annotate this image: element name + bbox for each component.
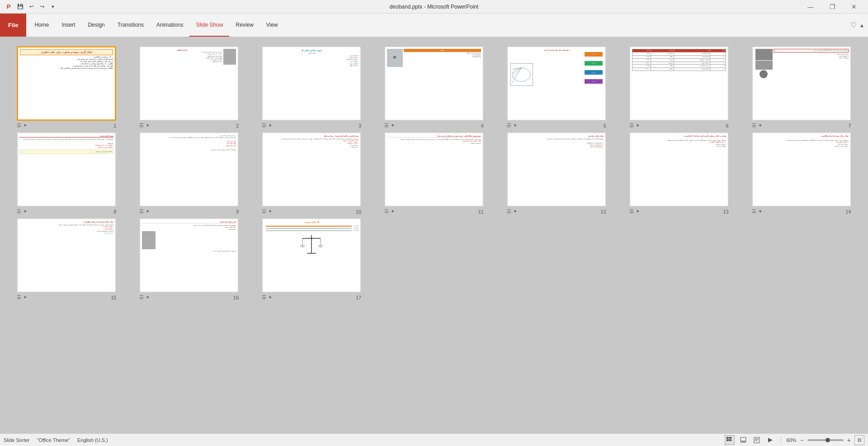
slide-footer-2: ☰ ✦ 2 xyxy=(139,123,239,128)
tab-view[interactable]: View xyxy=(260,14,284,37)
slide-thumb-11[interactable]: سمع قیوری و آیلام اقلیم درمیان پوشه و را… xyxy=(384,132,484,207)
tab-design[interactable]: Design xyxy=(81,14,111,37)
slide-menu-icon-14[interactable]: ☰ xyxy=(752,209,756,214)
language-label: English (U.S.) xyxy=(77,437,108,443)
slide-number-9: 9 xyxy=(236,209,239,214)
fit-to-window-btn[interactable]: ⊡ xyxy=(854,435,864,445)
slide-star-icon-8: ✦ xyxy=(23,209,27,214)
slide-thumb-17[interactable]: ❋ عاقبت دیوبند ارزیابی ۱ ارزیابی ۲ ارزیا… xyxy=(262,218,361,293)
slide-item-13[interactable]: چهاری و شالت مسکین: اثلیم و تقریر اس‌آی‌… xyxy=(621,132,736,214)
slide-thumb-8[interactable]: عنوان اسلاید هشت محتوای اصلی اسلاید هشتم… xyxy=(17,132,116,207)
window-title: deoband.pptx - Microsoft PowerPoint xyxy=(390,4,479,10)
slide-star-icon-1: ✦ xyxy=(23,123,27,128)
slide-thumb-7[interactable]: محتوای متن اسلاید هفت شامل اطلاعات مهم د… xyxy=(752,46,851,121)
slide-menu-icon-5[interactable]: ☰ xyxy=(507,123,511,128)
slide-thumb-3[interactable]: سوره هذالی ذهلی ظ سانی نصب • نقش مدارس •… xyxy=(262,46,361,121)
collapse-ribbon-icon[interactable]: ▲ xyxy=(859,23,864,28)
slide-star-icon-16: ✦ xyxy=(146,294,150,300)
slide-thumb-2[interactable]: شادانی العظیم ۱۲۴۸ م در جنوب دهلی متولد … xyxy=(139,46,239,121)
minimize-button[interactable]: — xyxy=(800,0,821,14)
zoom-out-btn[interactable]: − xyxy=(800,437,804,444)
tab-transitions[interactable]: Transitions xyxy=(111,14,150,37)
slide-thumb-6[interactable]: ردیفنامعنوانسال ۱محمد قاسمموسس۱۲۸۳ ۲رشید… xyxy=(629,46,729,121)
slide-item-9[interactable]: موضوع اصلی: اسلاید نهم متن توضیحی درباره… xyxy=(132,132,247,214)
tab-slide-show[interactable]: Slide Show xyxy=(189,14,229,37)
redo-qa-button[interactable]: ↪ xyxy=(37,2,47,12)
theme-label: "Office Theme" xyxy=(37,437,70,443)
slide-thumb-14[interactable]: عملان برگل دیوبند غدا و بلند طالبانست تو… xyxy=(752,132,851,207)
svg-point-0 xyxy=(512,68,530,81)
slide-item-11[interactable]: سمع قیوری و آیلام اقلیم درمیان پوشه و را… xyxy=(377,132,492,214)
slide-menu-icon-8[interactable]: ☰ xyxy=(17,209,21,214)
slide-thumb-10[interactable]: بقیر اضافه‌بودن اقلیم اجزای هرم از رواج … xyxy=(262,132,361,207)
file-tab[interactable]: File xyxy=(0,14,26,37)
slide-number-3: 3 xyxy=(359,123,361,128)
slide-item-10[interactable]: بقیر اضافه‌بودن اقلیم اجزای هرم از رواج … xyxy=(254,132,369,214)
tab-home[interactable]: Home xyxy=(28,14,55,37)
slide-menu-icon-13[interactable]: ☰ xyxy=(629,209,634,214)
zoom-slider[interactable] xyxy=(807,439,844,441)
slide-menu-icon-2[interactable]: ☰ xyxy=(139,123,144,128)
slide-item-4[interactable]: عنوان متن اصلی اسلاید چهارممحتوای تاریخی… xyxy=(377,46,492,128)
slide-menu-icon-3[interactable]: ☰ xyxy=(262,123,266,128)
slide-footer-17: ☰ ✦ 17 xyxy=(262,294,361,300)
reading-view-btn[interactable] xyxy=(752,435,762,445)
slide-menu-icon-12[interactable]: ☰ xyxy=(507,209,511,214)
heart-icon[interactable]: ♡ xyxy=(850,21,857,29)
slide-number-12: 12 xyxy=(601,209,606,214)
slide-item-2[interactable]: شادانی العظیم ۱۲۴۸ م در جنوب دهلی متولد … xyxy=(132,46,247,128)
slide-thumb-12[interactable]: عنوان اسلاید دوازدهم محتوای کامل اسلاید … xyxy=(507,132,606,207)
slide-thumb-13[interactable]: چهاری و شالت مسکین: اثلیم و تقریر اس‌آی‌… xyxy=(629,132,729,207)
tab-review[interactable]: Review xyxy=(229,14,259,37)
slide-menu-icon-1[interactable]: ☰ xyxy=(17,123,21,128)
slide-menu-icon-11[interactable]: ☰ xyxy=(384,209,389,214)
slide-thumb-4[interactable]: عنوان متن اصلی اسلاید چهارممحتوای تاریخی… xyxy=(384,46,484,121)
slide-menu-icon-17[interactable]: ☰ xyxy=(262,294,266,300)
slide-menu-icon-7[interactable]: ☰ xyxy=(752,123,756,128)
slide-item-6[interactable]: ردیفنامعنوانسال ۱محمد قاسمموسس۱۲۸۳ ۲رشید… xyxy=(621,46,736,128)
slide-item-16[interactable]: کتب و باقت نامه جمال محتوای اصلی اسلاید … xyxy=(132,218,247,300)
title-bar: P 💾 ↩ ↪ ▼ deoband.pptx - Microsoft Power… xyxy=(0,0,868,14)
slideshow-view-btn[interactable] xyxy=(765,435,775,445)
slide-footer-14: ☰ ✦ 14 xyxy=(752,209,851,214)
tab-insert[interactable]: Insert xyxy=(55,14,81,37)
restore-button[interactable]: ❐ xyxy=(822,0,843,14)
notes-view-btn[interactable] xyxy=(738,435,748,445)
slide-menu-icon-16[interactable]: ☰ xyxy=(139,294,144,300)
slide-star-icon-12: ✦ xyxy=(513,209,517,214)
slide-item-7[interactable]: محتوای متن اسلاید هفت شامل اطلاعات مهم د… xyxy=(744,46,859,128)
slide-menu-icon-4[interactable]: ☰ xyxy=(384,123,389,128)
slide-menu-icon-10[interactable]: ☰ xyxy=(262,209,266,214)
slide-number-6: 6 xyxy=(726,123,729,128)
slide-thumb-9[interactable]: موضوع اصلی: اسلاید نهم متن توضیحی درباره… xyxy=(139,132,239,207)
slide-item-12[interactable]: عنوان اسلاید دوازدهم محتوای کامل اسلاید … xyxy=(499,132,614,214)
slide-sorter-view-btn[interactable] xyxy=(725,435,735,445)
slide-thumb-5[interactable]: دیوبندسانی علی تعلم تارلو هی کردند جعبه … xyxy=(507,46,606,121)
slide-item-15[interactable]: عملان برگل شبه‌قاره غدا و قالب طالبانست … xyxy=(9,218,124,300)
slide-menu-icon-9[interactable]: ☰ xyxy=(139,209,144,214)
slide-menu-icon-6[interactable]: ☰ xyxy=(629,123,634,128)
slide-item-14[interactable]: عملان برگل دیوبند غدا و بلند طالبانست تو… xyxy=(744,132,859,214)
close-button[interactable]: ✕ xyxy=(844,0,864,14)
slide-number-17: 17 xyxy=(356,295,361,300)
save-qa-button[interactable]: 💾 xyxy=(15,2,25,12)
slide-footer-9: ☰ ✦ 9 xyxy=(139,209,239,214)
slide-thumb-16[interactable]: کتب و باقت نامه جمال محتوای اصلی اسلاید … xyxy=(139,218,239,293)
undo-qa-button[interactable]: ↩ xyxy=(26,2,36,12)
slide-grid: شکل گیری دیوبند و نقش ذہولی ظم دحطری ۱۴۰… xyxy=(9,46,859,300)
slide-thumb-1[interactable]: شکل گیری دیوبند و نقش ذہولی ظم دحطری ۱۴۰… xyxy=(17,46,116,121)
slide-footer-10: ☰ ✦ 10 xyxy=(262,209,361,214)
slide-thumb-15[interactable]: عملان برگل شبه‌قاره غدا و قالب طالبانست … xyxy=(17,218,116,293)
svg-rect-16 xyxy=(729,439,731,441)
slide-menu-icon-15[interactable]: ☰ xyxy=(17,294,21,300)
tab-animations[interactable]: Animations xyxy=(150,14,189,37)
slide-item-5[interactable]: دیوبندسانی علی تعلم تارلو هی کردند جعبه … xyxy=(499,46,614,128)
slide-item-8[interactable]: عنوان اسلاید هشت محتوای اصلی اسلاید هشتم… xyxy=(9,132,124,214)
zoom-in-btn[interactable]: + xyxy=(847,437,851,444)
slide-item-3[interactable]: سوره هذالی ذهلی ظ سانی نصب • نقش مدارس •… xyxy=(254,46,369,128)
slide-star-icon-2: ✦ xyxy=(146,123,150,128)
slide-item-17[interactable]: ❋ عاقبت دیوبند ارزیابی ۱ ارزیابی ۲ ارزیا… xyxy=(254,218,369,300)
svg-rect-14 xyxy=(729,437,731,439)
slide-item-1[interactable]: شکل گیری دیوبند و نقش ذہولی ظم دحطری ۱۴۰… xyxy=(9,46,124,128)
customize-qa-button[interactable]: ▼ xyxy=(48,2,58,12)
